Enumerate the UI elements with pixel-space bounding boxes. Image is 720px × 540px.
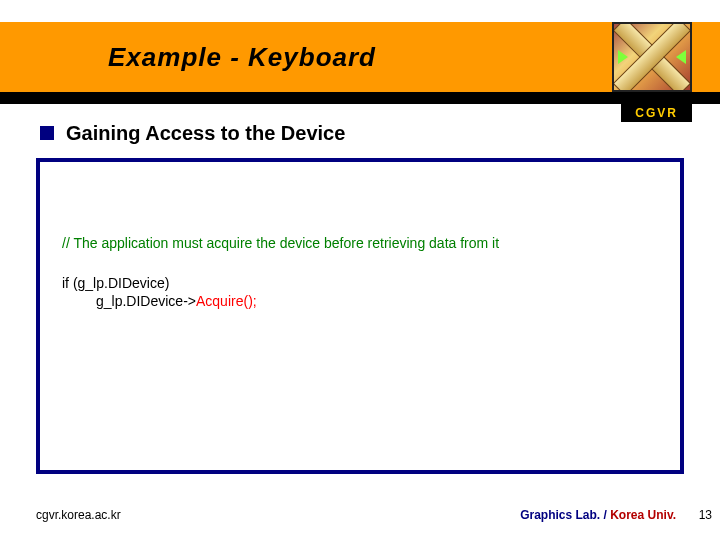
code-line-if: if (g_lp.DIDevice): [62, 274, 658, 292]
header-underline: [0, 92, 720, 104]
footer-univ: Korea Univ.: [610, 508, 676, 522]
slide-title: Example - Keyboard: [108, 22, 376, 92]
page-number: 13: [699, 508, 712, 522]
footer-attribution: Graphics Lab. / Korea Univ.: [520, 508, 676, 522]
footer-lab: Graphics Lab.: [520, 508, 600, 522]
cgvr-logo: [612, 22, 692, 92]
content-heading: Gaining Access to the Device: [66, 122, 345, 145]
code-frame: // The application must acquire the devi…: [36, 158, 684, 474]
code-comment: // The application must acquire the devi…: [62, 234, 658, 252]
content-area: Gaining Access to the Device: [40, 122, 680, 153]
code-line-call: g_lp.DIDevice->Acquire();: [62, 292, 658, 310]
code-call-prefix: g_lp.DIDevice->: [96, 293, 196, 309]
arrow-right-icon: [676, 50, 686, 64]
code-call-method: Acquire();: [196, 293, 257, 309]
arrow-left-icon: [618, 50, 628, 64]
cgvr-tag: CGVR: [621, 104, 692, 122]
footer-separator: /: [600, 508, 610, 522]
bullet-square-icon: [40, 126, 54, 140]
footer-url: cgvr.korea.ac.kr: [36, 508, 121, 522]
heading-row: Gaining Access to the Device: [40, 122, 680, 145]
